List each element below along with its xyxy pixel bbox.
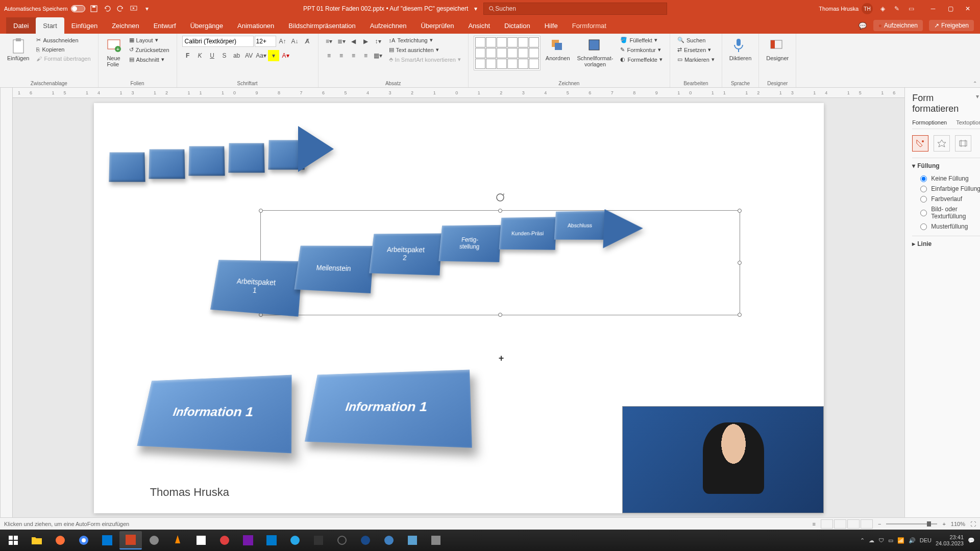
select-button[interactable]: ▭Markieren ▾	[675, 55, 717, 64]
zoom-slider[interactable]	[886, 523, 937, 524]
tab-entwurf[interactable]: Entwurf	[146, 17, 183, 34]
dictate-button[interactable]: Diktieren	[727, 36, 753, 63]
sel-handle-tl[interactable]	[259, 209, 263, 213]
bullets-button[interactable]: ≡▾	[324, 36, 335, 47]
tray-notifications-icon[interactable]: 💬	[968, 537, 975, 544]
powerpoint-icon[interactable]	[119, 531, 142, 549]
pane-dropdown-icon[interactable]: ▾	[976, 93, 979, 114]
window-icon[interactable]: ▭	[906, 4, 916, 13]
tab-textoptions[interactable]: Textoptionen	[956, 119, 980, 126]
rotate-handle[interactable]	[495, 192, 505, 203]
tab-start[interactable]: Start	[36, 17, 64, 34]
zoom-out-button[interactable]: −	[878, 521, 881, 527]
minimize-button[interactable]: ─	[925, 3, 941, 14]
clear-format-button[interactable]: A̸	[302, 36, 313, 47]
radio-gradient-fill[interactable]: Farbverlauf	[912, 194, 980, 204]
new-slide-button[interactable]: + Neue Folie	[104, 36, 124, 69]
info-block-2[interactable]: Information 1	[305, 370, 472, 448]
columns-button[interactable]: ▦▾	[373, 50, 384, 61]
fill-section-header[interactable]: ▾ Füllung	[912, 162, 980, 169]
aufzeichnen-button[interactable]: ●Aufzeichnen	[873, 20, 923, 31]
spacing-button[interactable]: AV	[243, 50, 255, 61]
effects-button[interactable]: ◐Formeffekte ▾	[618, 55, 665, 64]
obs-icon[interactable]	[331, 531, 353, 549]
view-sorter-button[interactable]	[834, 519, 846, 529]
tab-uebergaenge[interactable]: Übergänge	[183, 17, 230, 34]
cut-button[interactable]: ✂Ausschneiden	[34, 36, 92, 44]
designer-button[interactable]: Designer	[764, 36, 791, 63]
tab-hilfe[interactable]: Hilfe	[537, 17, 565, 34]
tray-clock[interactable]: 23:41 24.03.2023	[936, 534, 964, 546]
sel-handle-tr[interactable]	[738, 209, 742, 213]
undo-icon[interactable]	[103, 4, 112, 13]
zoom-label[interactable]: 110%	[951, 521, 965, 527]
app-icon-4[interactable]	[307, 531, 330, 549]
shadow-button[interactable]: ab	[231, 50, 242, 61]
radio-no-fill[interactable]: Keine Füllung	[912, 173, 980, 184]
size-properties-icon[interactable]	[955, 135, 971, 152]
firefox-icon[interactable]	[49, 531, 71, 549]
tab-zeichnen[interactable]: Zeichnen	[105, 17, 146, 34]
outline-button[interactable]: ✎Formkontur ▾	[618, 45, 665, 54]
slide-canvas[interactable]: Arbeitspaket 1 Meilenstein Arbeitspaket …	[94, 103, 824, 513]
radio-pattern-fill[interactable]: Musterfüllung	[912, 221, 980, 232]
line-spacing-button[interactable]: ↕▾	[373, 36, 384, 47]
vlc-icon[interactable]	[166, 531, 189, 549]
diamond-icon[interactable]: ◈	[878, 4, 887, 13]
telegram-icon[interactable]	[284, 531, 306, 549]
tab-einfuegen[interactable]: Einfügen	[64, 17, 105, 34]
strike-button[interactable]: S	[219, 50, 230, 61]
quickstyles-button[interactable]: Schnellformat- vorlagen	[575, 36, 616, 69]
zoom-in-button[interactable]: +	[942, 521, 945, 527]
vscode-icon[interactable]	[260, 531, 283, 549]
format-painter-button[interactable]: 🖌Format übertragen	[34, 55, 92, 63]
3d-arrow-top[interactable]	[109, 126, 334, 197]
find-button[interactable]: 🔍Suchen	[675, 36, 717, 44]
radio-picture-fill[interactable]: Bild- oder Texturfüllung	[912, 204, 980, 221]
smartart-convert-button[interactable]: ⬘In SmartArt konvertieren ▾	[387, 55, 463, 64]
shape-gallery[interactable]	[474, 36, 541, 70]
highlight-button[interactable]: ▾	[268, 50, 279, 61]
radio-solid-fill[interactable]: Einfarbige Füllung	[912, 184, 980, 194]
user-badge[interactable]: Thomas Hruska TH	[819, 3, 873, 14]
tab-formformat[interactable]: Formformat	[565, 17, 614, 34]
tab-ueberpruefen[interactable]: Überprüfen	[413, 17, 461, 34]
sel-handle-mr[interactable]	[738, 261, 742, 265]
app-icon-3[interactable]	[213, 531, 236, 549]
view-normal-button[interactable]	[821, 519, 833, 529]
tab-dictation[interactable]: Dictation	[497, 17, 537, 34]
italic-button[interactable]: K	[194, 50, 206, 61]
search-input[interactable]	[495, 5, 663, 12]
shrink-font-button[interactable]: A↓	[289, 36, 301, 47]
maximize-button[interactable]: ▢	[942, 3, 959, 14]
fill-button[interactable]: 🪣Fülleffekt ▾	[618, 36, 665, 44]
app-icon-2[interactable]	[190, 531, 212, 549]
tab-formoptions[interactable]: Formoptionen	[912, 119, 947, 126]
tab-bildschirm[interactable]: Bildschirmpräsentation	[281, 17, 363, 34]
save-icon[interactable]	[89, 4, 99, 13]
fill-line-icon[interactable]	[912, 135, 928, 152]
align-text-button[interactable]: ▤Text ausrichten ▾	[387, 45, 463, 54]
notes-button[interactable]: ≡	[813, 521, 816, 527]
layout-button[interactable]: ▦Layout ▾	[127, 36, 172, 44]
align-justify-button[interactable]: ≡	[360, 50, 372, 61]
comments-icon[interactable]: 💬	[858, 21, 867, 30]
align-right-button[interactable]: ≡	[348, 50, 359, 61]
pen-icon[interactable]: ✎	[892, 4, 901, 13]
paste-button[interactable]: Einfügen	[5, 36, 31, 63]
collapse-ribbon-button[interactable]: ⌃	[973, 81, 977, 86]
start-button[interactable]	[2, 531, 24, 549]
numbering-button[interactable]: ≣▾	[336, 36, 347, 47]
tray-battery-icon[interactable]: ▭	[888, 537, 893, 544]
outdent-button[interactable]: ◀	[348, 36, 359, 47]
replace-button[interactable]: ⇄Ersetzen ▾	[675, 45, 717, 54]
align-left-button[interactable]: ≡	[324, 50, 335, 61]
reset-button[interactable]: ↺Zurücksetzen	[127, 45, 172, 54]
tray-cloud-icon[interactable]: ☁	[869, 537, 874, 544]
outlook-icon[interactable]	[96, 531, 118, 549]
freigeben-button[interactable]: ↗Freigeben	[929, 20, 974, 31]
font-name-select[interactable]	[182, 36, 254, 47]
tray-lang[interactable]: DEU	[920, 537, 932, 543]
present-icon[interactable]	[129, 4, 138, 13]
effects-pane-icon[interactable]	[934, 135, 950, 152]
